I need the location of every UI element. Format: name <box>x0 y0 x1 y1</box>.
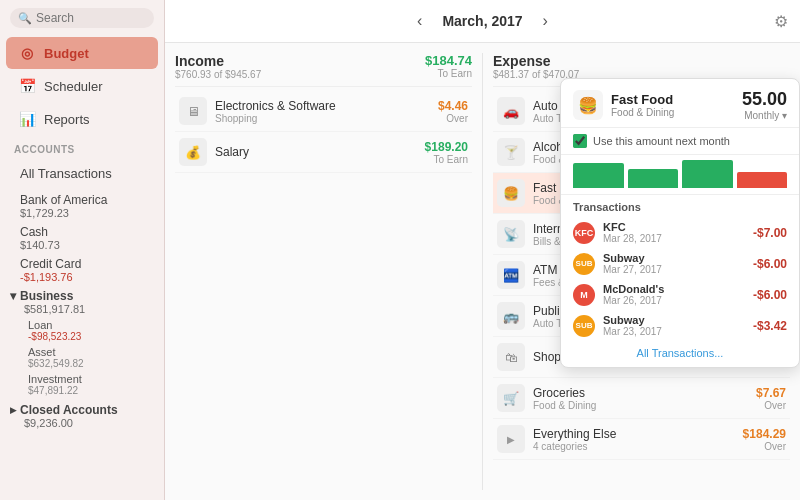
row-info: Everything Else 4 categories <box>533 427 743 452</box>
subway-icon-2: SUB <box>573 315 595 337</box>
account-name: Asset <box>28 346 150 358</box>
expense-title: Expense <box>493 53 579 69</box>
page-header: ‹ March, 2017 › ⚙ <box>165 0 800 43</box>
transaction-row-kfc[interactable]: KFC KFC Mar 28, 2017 -$7.00 <box>561 217 799 248</box>
popup-amount: 55.00 <box>742 89 787 110</box>
prev-month-button[interactable]: ‹ <box>409 10 430 32</box>
txn-amount: -$6.00 <box>753 288 787 302</box>
sidebar-account-cash[interactable]: Cash $140.73 <box>0 221 164 253</box>
amount-label: Over <box>438 113 468 124</box>
account-value: $140.73 <box>20 239 150 251</box>
closed-accounts-group: ▸ Closed Accounts $9,236.00 <box>0 398 164 431</box>
account-name: Bank of America <box>20 193 150 207</box>
amount-label: To Earn <box>425 154 468 165</box>
sidebar-item-reports[interactable]: 📊 Reports <box>6 103 158 135</box>
account-name: Investment <box>28 373 150 385</box>
row-amount: $184.29 Over <box>743 427 786 452</box>
income-header: Income $760.93 of $945.67 $184.74 To Ear… <box>175 53 472 87</box>
income-earn-label: To Earn <box>425 68 472 79</box>
search-input-wrap[interactable]: 🔍 <box>10 8 154 28</box>
txn-amount: -$6.00 <box>753 257 787 271</box>
sidebar-account-bank-of-america[interactable]: Bank of America $1,729.23 <box>0 189 164 221</box>
amount-value: $184.29 <box>743 427 786 441</box>
txn-date: Mar 26, 2017 <box>603 295 745 306</box>
row-icon: 🛒 <box>497 384 525 412</box>
closed-accounts-value: $9,236.00 <box>10 417 150 429</box>
bar <box>573 163 624 188</box>
all-transactions-link[interactable]: All Transactions... <box>561 341 799 367</box>
accounts-section-label: Accounts <box>0 136 164 158</box>
income-row-electronics[interactable]: 🖥 Electronics & Software Shopping $4.46 … <box>175 91 472 132</box>
sidebar-item-all-transactions[interactable]: All Transactions <box>6 159 158 188</box>
popup-subtitle: Food & Dining <box>611 107 742 118</box>
sidebar-item-scheduler[interactable]: 📅 Scheduler <box>6 70 158 102</box>
row-name: Electronics & Software <box>215 99 438 113</box>
row-category: Food & Dining <box>533 400 756 411</box>
month-title: March, 2017 <box>430 13 534 29</box>
transaction-row-mcdonalds[interactable]: M McDonald's Mar 26, 2017 -$6.00 <box>561 279 799 310</box>
txn-name: Subway <box>603 314 745 326</box>
next-month-button[interactable]: › <box>535 10 556 32</box>
gear-icon[interactable]: ⚙ <box>774 12 788 31</box>
popup-period-label: Monthly <box>744 110 779 121</box>
account-name: Loan <box>28 319 150 331</box>
row-amount: $4.46 Over <box>438 99 468 124</box>
bar <box>628 169 679 188</box>
subway-icon: SUB <box>573 253 595 275</box>
amount-label: Over <box>743 441 786 452</box>
row-amount: $7.67 Over <box>756 386 786 411</box>
popup-amount-area: 55.00 Monthly ▾ <box>742 89 787 121</box>
sidebar-item-budget[interactable]: ◎ Budget <box>6 37 158 69</box>
chevron-right-icon: ▸ <box>10 403 16 417</box>
search-input[interactable] <box>36 11 146 25</box>
txn-date: Mar 28, 2017 <box>603 233 745 244</box>
main-content: ‹ March, 2017 › ⚙ Income $760.93 of $945… <box>165 0 800 500</box>
income-row-salary[interactable]: 💰 Salary $189.20 To Earn <box>175 132 472 173</box>
amount-value: $189.20 <box>425 140 468 154</box>
transaction-row-subway-1[interactable]: SUB Subway Mar 27, 2017 -$6.00 <box>561 248 799 279</box>
row-amount: $189.20 To Earn <box>425 140 468 165</box>
popup-category-icon: 🍔 <box>573 90 603 120</box>
popup-title: Fast Food <box>611 92 742 107</box>
closed-accounts-label[interactable]: ▸ Closed Accounts <box>10 403 150 417</box>
row-icon: 🖥 <box>179 97 207 125</box>
transaction-row-subway-2[interactable]: SUB Subway Mar 23, 2017 -$3.42 <box>561 310 799 341</box>
expense-row-groceries[interactable]: 🛒 Groceries Food & Dining $7.67 Over <box>493 378 790 419</box>
txn-amount: -$7.00 <box>753 226 787 240</box>
account-name: Credit Card <box>20 257 150 271</box>
row-icon: ▶ <box>497 425 525 453</box>
row-category: 4 categories <box>533 441 743 452</box>
group-value: $581,917.81 <box>10 303 150 315</box>
chevron-down-icon: ▾ <box>10 289 16 303</box>
popup-period[interactable]: Monthly ▾ <box>742 110 787 121</box>
sidebar-subaccount-asset[interactable]: Asset $632,549.82 <box>0 344 164 371</box>
row-icon: 🏧 <box>497 261 525 289</box>
txn-date: Mar 27, 2017 <box>603 264 745 275</box>
account-name: Cash <box>20 225 150 239</box>
popup-title-area: Fast Food Food & Dining <box>611 92 742 118</box>
sidebar-subaccount-investment[interactable]: Investment $47,891.22 <box>0 371 164 398</box>
group-name[interactable]: ▾ Business <box>10 289 150 303</box>
search-icon: 🔍 <box>18 12 32 25</box>
bar <box>737 172 788 188</box>
txn-name: McDonald's <box>603 283 745 295</box>
row-icon: 💰 <box>179 138 207 166</box>
popup-header: 🍔 Fast Food Food & Dining 55.00 Monthly … <box>561 79 799 128</box>
sidebar: 🔍 ◎ Budget 📅 Scheduler 📊 Reports Account… <box>0 0 165 500</box>
sidebar-account-credit-card[interactable]: Credit Card -$1,193.76 <box>0 253 164 285</box>
row-info: Salary <box>215 145 425 159</box>
transactions-label: Transactions <box>561 195 799 217</box>
sidebar-subaccount-loan[interactable]: Loan -$98,523.23 <box>0 317 164 344</box>
content-area: Income $760.93 of $945.67 $184.74 To Ear… <box>165 43 800 500</box>
row-icon: 🛍 <box>497 343 525 371</box>
use-amount-checkbox[interactable] <box>573 134 587 148</box>
expense-row-everything-else[interactable]: ▶ Everything Else 4 categories $184.29 O… <box>493 419 790 460</box>
income-title: Income <box>175 53 261 69</box>
txn-amount: -$3.42 <box>753 319 787 333</box>
dropdown-icon: ▾ <box>782 110 787 121</box>
all-transactions-label: All Transactions <box>20 166 112 181</box>
row-icon: 🚌 <box>497 302 525 330</box>
income-amount: $184.74 <box>425 53 472 68</box>
txn-info: Subway Mar 23, 2017 <box>603 314 745 337</box>
income-subtitle: $760.93 of $945.67 <box>175 69 261 80</box>
